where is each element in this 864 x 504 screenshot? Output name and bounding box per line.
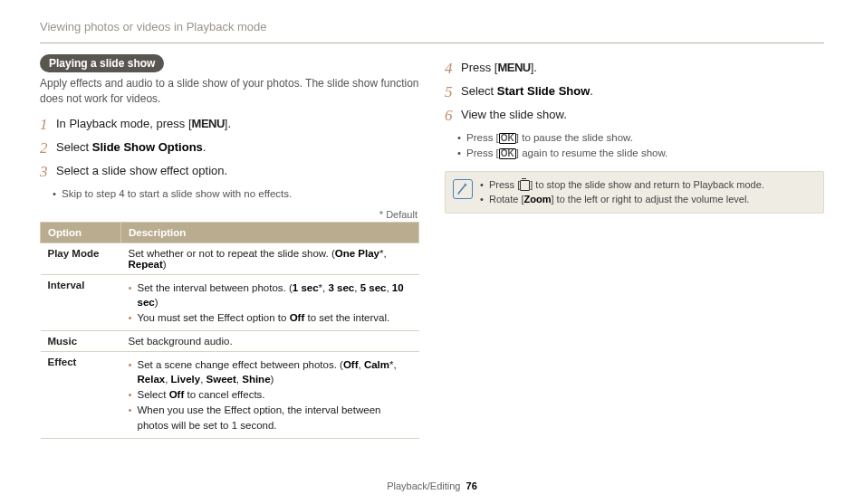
sub-item: Press [OK] again to resume the slide sho…: [466, 146, 824, 161]
note-item: Rotate [Zoom] to the left or right to ad…: [480, 192, 764, 207]
sub-item: Skip to step 4 to start a slide show wit…: [62, 186, 419, 202]
step-text: Select Start Slide Show.: [461, 83, 593, 101]
page-footer: Playback/Editing 76: [0, 475, 864, 504]
step-text: View the slide show.: [461, 107, 567, 125]
step-number: 5: [445, 83, 461, 101]
step-number: 1: [40, 116, 56, 134]
options-table: Option Description Play Mode Set whether…: [40, 222, 419, 439]
steps-left: 1 In Playback mode, press [MENU]. 2 Sele…: [40, 116, 419, 181]
page-header: Viewing photos or videos in Playback mod…: [0, 0, 864, 39]
menu-icon: MENU: [192, 117, 225, 130]
step-number: 6: [445, 107, 461, 125]
step-number: 3: [40, 163, 56, 181]
step-text: Press [MENU].: [461, 60, 537, 78]
header-rule: [40, 43, 824, 43]
step-sub: Press [OK] to pause the slide show. Pres…: [445, 130, 824, 162]
intro-text: Apply effects and audio to a slide show …: [40, 76, 419, 107]
step-sub: Skip to step 4 to start a slide show wit…: [40, 186, 419, 202]
ok-icon: OK: [499, 148, 516, 159]
step-text: In Playback mode, press [MENU].: [56, 116, 231, 134]
note-item: Press [] to stop the slide show and retu…: [480, 177, 764, 193]
sub-item: Press [OK] to pause the slide show.: [466, 130, 824, 146]
section-pill: Playing a slide show: [40, 54, 164, 72]
step-text: Select Slide Show Options.: [56, 139, 206, 157]
note-icon: [453, 179, 473, 199]
left-column: Playing a slide show Apply effects and a…: [40, 54, 419, 475]
steps-right: 4 Press [MENU]. 5 Select Start Slide Sho…: [445, 60, 824, 125]
table-row: Play Mode Set whether or not to repeat t…: [41, 242, 419, 274]
step-number: 2: [40, 139, 56, 157]
table-row: Music Set background audio.: [41, 331, 419, 352]
page-number: 76: [466, 480, 477, 491]
step-number: 4: [445, 60, 461, 78]
ok-icon: OK: [499, 133, 516, 144]
trash-icon: [520, 180, 530, 191]
table-row: Interval Set the interval between photos…: [41, 274, 419, 330]
th-option: Option: [41, 222, 121, 242]
menu-icon: MENU: [497, 61, 530, 74]
th-description: Description: [121, 222, 419, 242]
table-row: Effect Set a scene change effect between…: [41, 352, 419, 438]
step-text: Select a slide show effect option.: [56, 163, 227, 181]
footer-section: Playback/Editing: [387, 480, 460, 491]
note-box: Press [] to stop the slide show and retu…: [445, 171, 824, 214]
right-column: 4 Press [MENU]. 5 Select Start Slide Sho…: [445, 54, 824, 475]
default-note: * Default: [40, 209, 418, 220]
